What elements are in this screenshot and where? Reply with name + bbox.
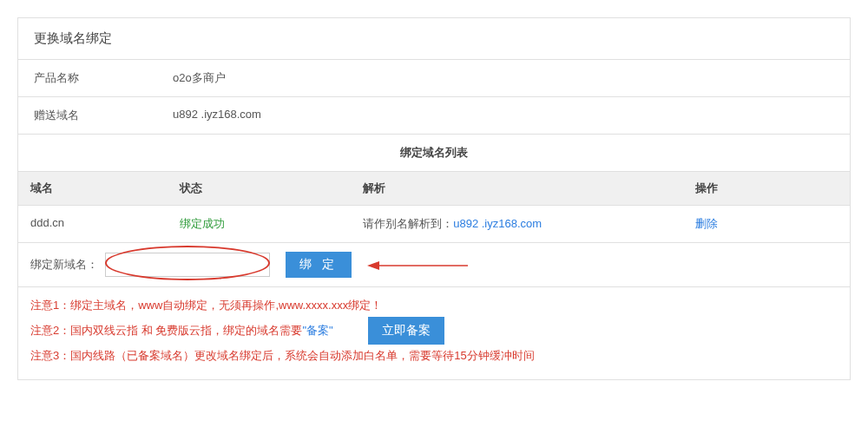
note-2: 注意2：国内双线云指 和 免费版云指，绑定的域名需要 "备案" 立即备案 — [30, 317, 838, 345]
bind-new-domain-row: 绑定新域名： 绑 定 — [18, 243, 850, 287]
notes-block: 注意1：绑定主域名，www自动绑定，无须再操作,www.xxxx.xxx绑定！ … — [18, 287, 850, 379]
note-3: 注意3：国内线路（已备案域名）更改域名绑定后，系统会自动添加白名单，需要等待15… — [30, 345, 838, 367]
table-row: ddd.cn 绑定成功 请作别名解析到：u892 .iyz168.com 删除 — [18, 206, 850, 243]
record-button[interactable]: 立即备案 — [368, 317, 444, 345]
cell-domain: ddd.cn — [18, 206, 168, 243]
domain-binding-panel: 更换域名绑定 产品名称 o2o多商户 赠送域名 u892 .iyz168.com… — [17, 17, 851, 380]
bind-label: 绑定新域名： — [30, 257, 98, 273]
col-action-header: 操作 — [683, 172, 850, 206]
bind-button[interactable]: 绑 定 — [286, 252, 352, 278]
gift-domain-value: u892 .iyz168.com — [157, 97, 850, 134]
panel-title: 更换域名绑定 — [18, 18, 850, 60]
resolve-prefix: 请作别名解析到： — [363, 217, 453, 230]
new-domain-input[interactable] — [105, 253, 270, 277]
note-1: 注意1：绑定主域名，www自动绑定，无须再操作,www.xxxx.xxx绑定！ — [30, 294, 838, 317]
annotation-arrow-icon — [365, 259, 470, 276]
gift-domain-label: 赠送域名 — [18, 97, 157, 134]
col-resolve-header: 解析 — [351, 172, 683, 206]
product-value: o2o多商户 — [157, 60, 850, 96]
col-domain-header: 域名 — [18, 172, 168, 206]
svg-marker-1 — [367, 261, 379, 270]
gift-domain-row: 赠送域名 u892 .iyz168.com — [18, 97, 850, 135]
domain-list-title: 绑定域名列表 — [18, 135, 850, 172]
col-status-header: 状态 — [168, 172, 351, 206]
note-2-quoted: "备案" — [302, 319, 332, 342]
note-2-text: 注意2：国内双线云指 和 免费版云指，绑定的域名需要 — [30, 319, 302, 342]
product-label: 产品名称 — [18, 60, 157, 96]
domain-table: 域名 状态 解析 操作 ddd.cn 绑定成功 请作别名解析到：u892 .iy… — [18, 172, 850, 243]
cell-action: 删除 — [683, 206, 850, 243]
cell-status: 绑定成功 — [168, 206, 351, 243]
product-row: 产品名称 o2o多商户 — [18, 60, 850, 97]
delete-link[interactable]: 删除 — [695, 217, 718, 230]
resolve-target: u892 .iyz168.com — [453, 217, 542, 230]
cell-resolve: 请作别名解析到：u892 .iyz168.com — [351, 206, 683, 243]
